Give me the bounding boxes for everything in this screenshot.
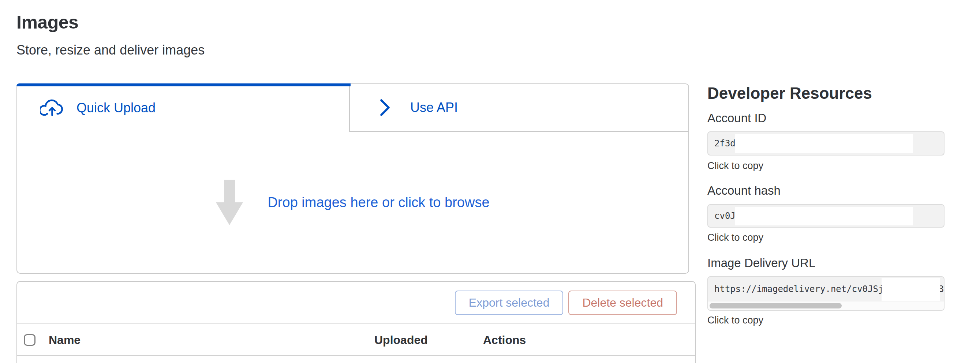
redaction-overlay [881,278,940,301]
image-delivery-url-field[interactable]: https://imagedelivery.net/cv0JSj 3 [707,276,945,310]
page-title: Images [16,12,78,33]
image-delivery-url-label: Image Delivery URL [707,256,815,270]
upload-card: Quick Upload Use API Drop images here or… [16,83,689,274]
redaction-overlay [735,134,913,153]
account-id-value: 2f3d [714,139,735,148]
column-header-actions: Actions [483,333,526,347]
active-tab-indicator [16,83,351,86]
export-selected-button[interactable]: Export selected [455,291,563,315]
page-subtitle: Store, resize and deliver images [16,43,205,58]
account-id-label: Account ID [707,111,766,125]
account-hash-value: cv0J [714,211,735,221]
redaction-overlay [735,207,913,225]
account-id-field[interactable]: 2f3d [707,131,945,156]
horizontal-scrollbar-track [708,301,944,310]
images-page: Images Store, resize and deliver images … [0,0,980,363]
tab-quick-upload[interactable]: Quick Upload [17,84,350,132]
account-id-copy-hint: Click to copy [707,160,764,172]
cloud-upload-icon [40,99,64,117]
account-hash-copy-hint: Click to copy [707,232,764,244]
column-header-name: Name [49,333,81,347]
select-all-checkbox[interactable] [24,334,35,346]
bulk-actions-row: Export selected Delete selected [17,282,695,324]
delete-selected-button[interactable]: Delete selected [568,291,677,315]
tab-use-api[interactable]: Use API [350,84,688,132]
image-list-card: Export selected Delete selected Name Upl… [16,281,696,363]
column-header-uploaded: Uploaded [374,333,428,347]
tab-quick-upload-label: Quick Upload [76,100,156,116]
horizontal-scrollbar-thumb[interactable] [710,303,842,309]
tab-use-api-label: Use API [410,100,458,115]
image-dropzone[interactable]: Drop images here or click to browse [17,132,688,273]
account-hash-label: Account hash [707,184,781,197]
arrow-down-icon [216,180,243,225]
developer-resources-title: Developer Resources [707,84,872,102]
chevron-right-icon [380,98,390,118]
table-header-row: Name Uploaded Actions [17,324,695,356]
image-delivery-url-value: https://imagedelivery.net/cv0JSj [714,284,883,294]
image-delivery-url-copy-hint: Click to copy [707,315,764,326]
dropzone-label: Drop images here or click to browse [267,195,489,210]
upload-tab-row: Quick Upload Use API [17,84,688,132]
account-hash-field[interactable]: cv0J [707,204,945,228]
